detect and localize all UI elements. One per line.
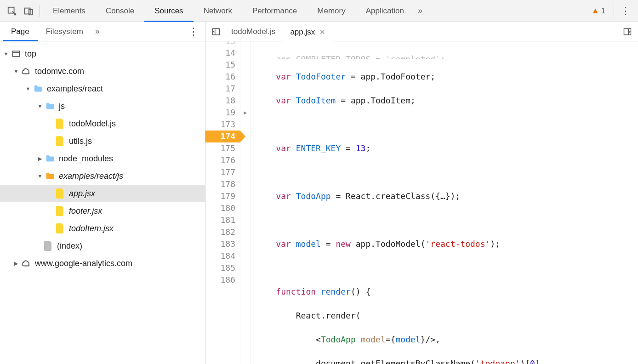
tree-label: (index) bbox=[57, 241, 82, 251]
code-number: 0 bbox=[530, 358, 535, 364]
disclosure-triangle-icon[interactable]: ▼ bbox=[37, 173, 43, 179]
code-function: render bbox=[321, 287, 351, 296]
tree-label: top bbox=[25, 49, 36, 59]
tree-node-folder[interactable]: ▶ node_modules bbox=[0, 150, 205, 167]
tab-console[interactable]: Console bbox=[96, 0, 144, 22]
devtools-top-tabs: Elements Console Sources Network Perform… bbox=[0, 0, 638, 22]
js-file-icon bbox=[55, 136, 65, 146]
line-number[interactable]: 183 bbox=[205, 238, 235, 250]
code-keyword: var bbox=[276, 239, 291, 249]
tree-node-folder[interactable]: ▼ js bbox=[0, 97, 205, 115]
more-tabs-icon[interactable]: » bbox=[414, 6, 426, 16]
divider bbox=[40, 5, 40, 17]
file-tab-label: app.jsx bbox=[290, 28, 315, 37]
line-number[interactable]: 14 bbox=[205, 47, 235, 59]
tab-performance[interactable]: Performance bbox=[242, 0, 307, 22]
code-content[interactable]: app.COMPLETED_TODOS = 'completed'; var T… bbox=[251, 41, 638, 364]
disclosure-triangle-icon[interactable]: ▼ bbox=[13, 68, 19, 74]
line-number[interactable]: 179 bbox=[205, 190, 235, 202]
tree-node-sourcemap-folder[interactable]: ▼ examples/react/js bbox=[0, 167, 205, 185]
code-editor[interactable]: 13 14 15 16 17 18 19 173 174 175 176 177… bbox=[205, 41, 638, 364]
inspect-element-icon[interactable] bbox=[4, 3, 20, 19]
code-text: app.COMPLETED_TODOS = 'completed'; bbox=[276, 54, 445, 59]
line-number[interactable]: 181 bbox=[205, 214, 235, 226]
sidebar-tab-page[interactable]: Page bbox=[3, 22, 38, 41]
line-number-gutter[interactable]: 13 14 15 16 17 18 19 173 174 175 176 177… bbox=[205, 41, 240, 364]
code-number: 13 bbox=[356, 143, 366, 153]
line-number[interactable]: 17 bbox=[205, 83, 235, 95]
tab-application[interactable]: Application bbox=[356, 0, 414, 22]
code-text bbox=[356, 335, 361, 344]
line-number[interactable]: 184 bbox=[205, 250, 235, 262]
line-number-breakpoint[interactable]: 174 bbox=[205, 131, 240, 142]
disclosure-triangle-icon[interactable]: ▼ bbox=[37, 103, 43, 109]
fold-arrow-icon[interactable]: ▶ bbox=[240, 107, 250, 119]
line-number[interactable]: 173 bbox=[205, 119, 235, 131]
line-number[interactable]: 182 bbox=[205, 226, 235, 238]
js-file-icon bbox=[55, 188, 65, 199]
cloud-icon bbox=[21, 258, 31, 268]
close-icon[interactable]: ✕ bbox=[319, 28, 325, 36]
code-identifier: model bbox=[296, 239, 321, 249]
main-area: Page Filesystem » ⋮ ▼ top ▼ todomv bbox=[0, 22, 638, 364]
code-jsx-tag: TodoApp bbox=[321, 335, 356, 344]
tree-node-file[interactable]: (index) bbox=[0, 237, 205, 255]
tree-node-file[interactable]: footer.jsx bbox=[0, 202, 205, 220]
tab-network[interactable]: Network bbox=[194, 0, 242, 22]
code-text: ; bbox=[365, 143, 370, 153]
line-number[interactable]: 175 bbox=[205, 142, 235, 154]
tree-node-top[interactable]: ▼ top bbox=[0, 45, 205, 63]
line-number[interactable]: 18 bbox=[205, 95, 235, 107]
line-number[interactable]: 186 bbox=[205, 274, 235, 286]
line-number[interactable]: 13 bbox=[205, 41, 235, 47]
line-number[interactable]: 177 bbox=[205, 166, 235, 178]
line-number[interactable]: 16 bbox=[205, 71, 235, 83]
kebab-menu-icon[interactable]: ⋮ bbox=[617, 5, 634, 17]
tree-node-domain[interactable]: ▼ todomvc.com bbox=[0, 63, 205, 80]
show-navigator-icon[interactable] bbox=[208, 24, 224, 40]
tree-label: examples/react/js bbox=[59, 171, 123, 181]
folder-icon bbox=[33, 84, 43, 94]
file-tab-label: todoModel.js bbox=[231, 27, 275, 36]
sidebar-more-tabs-icon[interactable]: » bbox=[91, 27, 103, 36]
device-toggle-icon[interactable] bbox=[20, 3, 37, 19]
file-tree: ▼ top ▼ todomvc.com ▼ exa bbox=[0, 41, 205, 364]
divider bbox=[614, 5, 614, 17]
tree-node-folder[interactable]: ▼ examples/react bbox=[0, 80, 205, 97]
tree-node-domain[interactable]: ▶ www.google-analytics.com bbox=[0, 255, 205, 272]
tree-node-file[interactable]: todoModel.js bbox=[0, 115, 205, 132]
svg-rect-3 bbox=[13, 51, 20, 57]
file-tab-todomodel[interactable]: todoModel.js bbox=[224, 22, 283, 41]
warning-count: 1 bbox=[601, 7, 605, 15]
show-debugger-icon[interactable] bbox=[620, 24, 635, 40]
tree-node-file[interactable]: app.jsx bbox=[0, 185, 205, 202]
tree-label: footer.jsx bbox=[69, 206, 102, 216]
tree-node-file[interactable]: utils.js bbox=[0, 132, 205, 150]
line-number[interactable]: 180 bbox=[205, 202, 235, 214]
sidebar: Page Filesystem » ⋮ ▼ top ▼ todomv bbox=[0, 22, 205, 364]
disclosure-triangle-icon[interactable]: ▼ bbox=[3, 51, 9, 57]
tab-sources[interactable]: Sources bbox=[144, 0, 193, 22]
line-number[interactable]: 178 bbox=[205, 178, 235, 190]
warnings-badge[interactable]: ▲ 1 bbox=[586, 6, 611, 16]
code-text: app.TodoModel( bbox=[351, 239, 426, 249]
line-number[interactable]: 176 bbox=[205, 154, 235, 166]
line-number[interactable]: 185 bbox=[205, 262, 235, 274]
code-text: , bbox=[435, 335, 440, 344]
disclosure-triangle-icon[interactable]: ▼ bbox=[25, 85, 31, 92]
file-tab-appjsx[interactable]: app.jsx ✕ bbox=[283, 22, 333, 41]
disclosure-triangle-icon[interactable]: ▶ bbox=[13, 260, 19, 267]
code-text: = React.createClass({…}); bbox=[331, 191, 461, 201]
code-text: React.render( bbox=[256, 311, 361, 320]
code-jsx-attr: model bbox=[361, 335, 386, 344]
tab-elements[interactable]: Elements bbox=[43, 0, 96, 22]
disclosure-triangle-icon[interactable]: ▶ bbox=[37, 155, 43, 162]
tree-node-file[interactable]: todoItem.jsx bbox=[0, 220, 205, 237]
fold-gutter[interactable]: ▶ bbox=[240, 41, 251, 364]
line-number[interactable]: 19 bbox=[205, 107, 235, 119]
sidebar-tab-filesystem[interactable]: Filesystem bbox=[38, 22, 91, 41]
line-number[interactable]: 15 bbox=[205, 59, 235, 71]
tree-label: todoItem.jsx bbox=[69, 224, 114, 233]
tab-memory[interactable]: Memory bbox=[307, 0, 355, 22]
sidebar-kebab-icon[interactable]: ⋮ bbox=[185, 26, 202, 38]
